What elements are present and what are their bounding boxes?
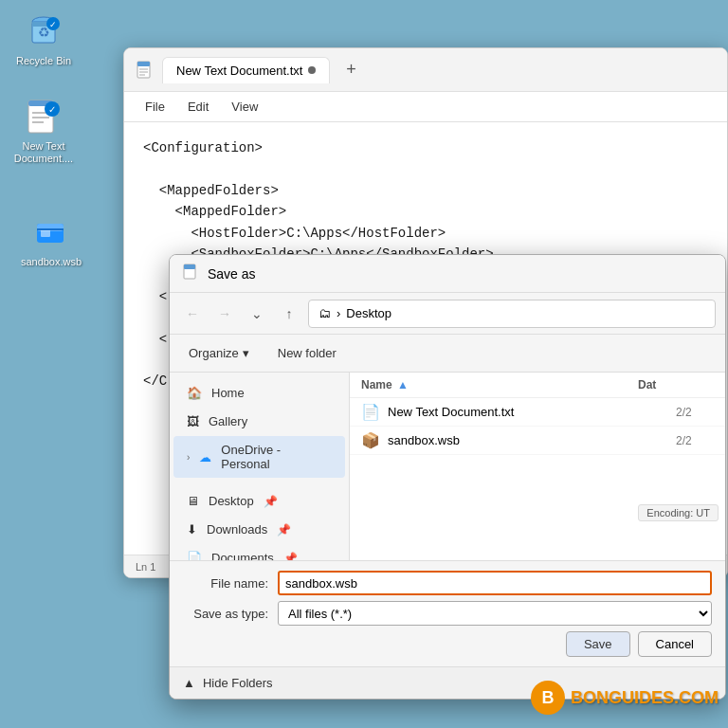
sidebar-item-documents[interactable]: 📄 Documents 📌 <box>173 544 345 560</box>
filetype-row: Save as type: All files (*.*) <box>183 601 712 626</box>
file-menu[interactable]: File <box>136 96 174 118</box>
edit-menu[interactable]: Edit <box>178 96 218 118</box>
sidebar-item-onedrive[interactable]: › ☁ OneDrive - Personal <box>173 436 345 478</box>
encoding-indicator: Encoding: UT <box>638 504 719 521</box>
sidebar-item-home[interactable]: 🏠 Home <box>173 379 345 407</box>
sandbox-wsb-label: sandbox.wsb <box>21 256 82 268</box>
desktop-icon-recycle-bin[interactable]: ♻ ✓ Recycle Bin <box>8 9 80 71</box>
documents-pin-icon: 📄 <box>187 551 202 560</box>
ln-indicator: Ln 1 <box>136 561 155 573</box>
notepad-menu-bar: File Edit View <box>124 92 727 122</box>
file-row-2[interactable]: 📦 sandbox.wsb 2/2 <box>350 427 725 455</box>
file-date-txt: 2/2 <box>676 406 714 419</box>
dropdown-button[interactable]: ⌄ <box>244 300 270 327</box>
back-button[interactable]: ← <box>179 300 206 327</box>
svg-text:✓: ✓ <box>48 104 56 115</box>
filename-input[interactable] <box>278 571 712 595</box>
watermark: B BONGUIDES.COM <box>531 681 719 715</box>
content-line-1: <Configuration> <box>143 137 708 158</box>
dialog-nav-bar: ← → ⌄ ↑ 🗂 › Desktop <box>170 293 725 335</box>
file-name-txt: New Text Document.txt <box>388 405 668 419</box>
footer-buttons: Save Cancel <box>183 631 712 657</box>
new-text-document-label: New Text Document.... <box>14 140 73 165</box>
pin-icon-downloads: 📌 <box>277 523 291 537</box>
files-header: Name ▲ Dat <box>350 373 725 398</box>
onedrive-label: OneDrive - Personal <box>221 443 332 471</box>
dialog-title-text: Save as <box>208 266 256 282</box>
save-button[interactable]: Save <box>566 631 630 657</box>
desktop-icon-new-text-document[interactable]: ✓ New Text Document.... <box>8 95 80 169</box>
organize-chevron-icon: ▾ <box>243 346 249 360</box>
documents-pin-label: Documents <box>211 551 274 560</box>
watermark-logo: B <box>531 681 565 715</box>
filename-label: File name: <box>183 576 268 591</box>
content-line-4: <HostFolder>C:\Apps</HostFolder> <box>143 223 708 244</box>
breadcrumb-separator: › <box>337 306 340 320</box>
new-text-document-icon: ✓ <box>25 99 63 136</box>
save-dialog: Save as ← → ⌄ ↑ 🗂 › Desktop Organize ▾ N… <box>169 254 726 700</box>
view-menu[interactable]: View <box>222 96 267 118</box>
desktop-pin-icon: 🖥 <box>187 494 199 508</box>
sort-arrow-icon: ▲ <box>397 378 409 391</box>
file-icon-txt: 📄 <box>361 403 380 421</box>
file-icon-wsb: 📦 <box>361 431 380 449</box>
column-date: Dat <box>638 378 714 391</box>
sidebar-spacer <box>170 479 349 486</box>
filename-row: File name: <box>183 571 712 595</box>
onedrive-chevron-icon: › <box>187 452 190 463</box>
toolbar-row: Organize ▾ New folder <box>170 335 725 373</box>
forward-button[interactable]: → <box>211 300 238 327</box>
sidebar-item-gallery[interactable]: 🖼 Gallery <box>173 408 345 435</box>
desktop-icon-sandbox-wsb[interactable]: sandbox.wsb <box>15 210 87 272</box>
new-folder-button[interactable]: New folder <box>268 341 346 365</box>
downloads-pin-icon: ⬇ <box>187 522 197 537</box>
recycle-bin-label: Recycle Bin <box>16 55 71 67</box>
gallery-label: Gallery <box>209 414 247 428</box>
file-row-1[interactable]: 📄 New Text Document.txt 2/2 <box>350 398 725 427</box>
onedrive-icon: ☁ <box>199 450 211 464</box>
notepad-tab[interactable]: New Text Document.txt <box>162 57 330 83</box>
breadcrumb-bar[interactable]: 🗂 › Desktop <box>308 300 716 328</box>
content-line-2: <MappedFolders> <box>143 180 708 201</box>
desktop: ♻ ✓ Recycle Bin ✓ New Text Document.... <box>0 0 728 728</box>
hide-folders-label: Hide Folders <box>203 676 273 690</box>
pin-icon-desktop: 📌 <box>264 495 278 508</box>
watermark-text: BONGUIDES.COM <box>571 688 719 708</box>
filetype-select[interactable]: All files (*.*) <box>278 601 712 626</box>
new-tab-button[interactable]: + <box>337 57 364 83</box>
organize-button[interactable]: Organize ▾ <box>179 341 259 365</box>
svg-rect-15 <box>41 229 50 237</box>
file-date-wsb: 2/2 <box>676 434 714 447</box>
svg-rect-18 <box>137 62 150 66</box>
desktop-pin-label: Desktop <box>209 494 254 508</box>
breadcrumb-folder-icon: 🗂 <box>318 306 331 320</box>
tab-title: New Text Document.txt <box>176 64 302 78</box>
file-name-wsb: sandbox.wsb <box>388 433 668 447</box>
pin-icon-documents: 📌 <box>283 552 298 561</box>
cancel-button[interactable]: Cancel <box>638 631 712 657</box>
notepad-app-icon <box>136 61 155 80</box>
organize-label: Organize <box>189 346 239 360</box>
dialog-footer: File name: Save as type: All files (*.*)… <box>170 560 725 666</box>
tab-unsaved-dot <box>308 66 316 74</box>
home-label: Home <box>211 386 245 400</box>
dialog-title-icon <box>183 264 200 283</box>
sidebar-panel: 🏠 Home 🖼 Gallery › ☁ OneDrive - Personal <box>170 373 350 560</box>
svg-rect-23 <box>184 264 195 269</box>
content-line-3: <MappedFolder> <box>143 201 708 222</box>
breadcrumb-folder-name: Desktop <box>346 306 391 320</box>
notepad-title-bar: New Text Document.txt + <box>124 48 727 92</box>
dialog-title-bar: Save as <box>170 255 725 293</box>
sidebar-item-downloads[interactable]: ⬇ Downloads 📌 <box>173 516 345 543</box>
hide-folders-chevron-icon: ▲ <box>183 676 195 690</box>
column-name[interactable]: Name ▲ <box>361 378 638 391</box>
gallery-icon: 🖼 <box>187 414 199 428</box>
files-panel: Name ▲ Dat 📄 New Text Document.txt 2/2 📦… <box>350 373 725 560</box>
filetype-label: Save as type: <box>183 607 268 621</box>
sandbox-wsb-icon <box>32 214 70 252</box>
up-button[interactable]: ↑ <box>276 300 302 327</box>
dialog-body: 🏠 Home 🖼 Gallery › ☁ OneDrive - Personal <box>170 373 725 560</box>
downloads-pin-label: Downloads <box>207 522 267 537</box>
svg-text:✓: ✓ <box>49 20 57 29</box>
sidebar-item-desktop[interactable]: 🖥 Desktop 📌 <box>173 487 345 515</box>
